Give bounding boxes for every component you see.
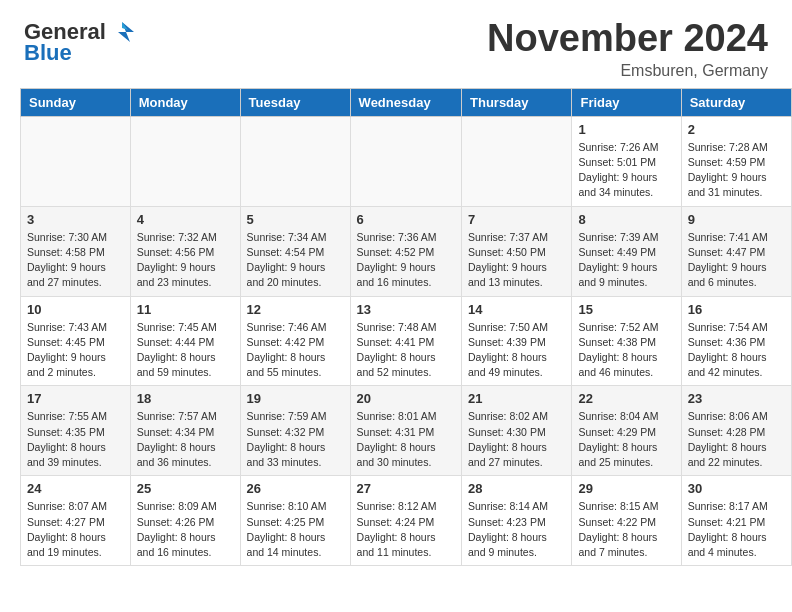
calendar-cell: 22Sunrise: 8:04 AMSunset: 4:29 PMDayligh… (572, 386, 681, 476)
day-info: Sunrise: 8:06 AMSunset: 4:28 PMDaylight:… (688, 409, 785, 470)
calendar-cell: 6Sunrise: 7:36 AMSunset: 4:52 PMDaylight… (350, 206, 461, 296)
day-number: 28 (468, 481, 565, 496)
logo-bird-icon (108, 18, 136, 46)
calendar-table: SundayMondayTuesdayWednesdayThursdayFrid… (20, 88, 792, 566)
calendar-cell: 24Sunrise: 8:07 AMSunset: 4:27 PMDayligh… (21, 476, 131, 566)
calendar-cell: 16Sunrise: 7:54 AMSunset: 4:36 PMDayligh… (681, 296, 791, 386)
calendar-cell: 18Sunrise: 7:57 AMSunset: 4:34 PMDayligh… (130, 386, 240, 476)
day-info: Sunrise: 8:02 AMSunset: 4:30 PMDaylight:… (468, 409, 565, 470)
day-number: 16 (688, 302, 785, 317)
day-info: Sunrise: 8:07 AMSunset: 4:27 PMDaylight:… (27, 499, 124, 560)
day-info: Sunrise: 7:55 AMSunset: 4:35 PMDaylight:… (27, 409, 124, 470)
calendar-cell (21, 116, 131, 206)
calendar-cell: 11Sunrise: 7:45 AMSunset: 4:44 PMDayligh… (130, 296, 240, 386)
day-number: 12 (247, 302, 344, 317)
day-number: 3 (27, 212, 124, 227)
logo: General Blue (24, 18, 136, 66)
day-number: 29 (578, 481, 674, 496)
day-info: Sunrise: 8:14 AMSunset: 4:23 PMDaylight:… (468, 499, 565, 560)
day-number: 10 (27, 302, 124, 317)
calendar-week-row: 1Sunrise: 7:26 AMSunset: 5:01 PMDaylight… (21, 116, 792, 206)
day-info: Sunrise: 7:39 AMSunset: 4:49 PMDaylight:… (578, 230, 674, 291)
day-info: Sunrise: 8:04 AMSunset: 4:29 PMDaylight:… (578, 409, 674, 470)
col-header-monday: Monday (130, 88, 240, 116)
day-info: Sunrise: 8:10 AMSunset: 4:25 PMDaylight:… (247, 499, 344, 560)
calendar-week-row: 24Sunrise: 8:07 AMSunset: 4:27 PMDayligh… (21, 476, 792, 566)
day-number: 11 (137, 302, 234, 317)
day-number: 17 (27, 391, 124, 406)
calendar-cell: 4Sunrise: 7:32 AMSunset: 4:56 PMDaylight… (130, 206, 240, 296)
calendar-cell: 9Sunrise: 7:41 AMSunset: 4:47 PMDaylight… (681, 206, 791, 296)
location: Emsburen, Germany (487, 62, 768, 80)
calendar-cell: 30Sunrise: 8:17 AMSunset: 4:21 PMDayligh… (681, 476, 791, 566)
day-number: 4 (137, 212, 234, 227)
day-info: Sunrise: 7:54 AMSunset: 4:36 PMDaylight:… (688, 320, 785, 381)
day-number: 23 (688, 391, 785, 406)
calendar-cell: 14Sunrise: 7:50 AMSunset: 4:39 PMDayligh… (462, 296, 572, 386)
calendar-cell: 5Sunrise: 7:34 AMSunset: 4:54 PMDaylight… (240, 206, 350, 296)
calendar-cell: 28Sunrise: 8:14 AMSunset: 4:23 PMDayligh… (462, 476, 572, 566)
calendar-cell: 17Sunrise: 7:55 AMSunset: 4:35 PMDayligh… (21, 386, 131, 476)
day-number: 25 (137, 481, 234, 496)
day-info: Sunrise: 7:46 AMSunset: 4:42 PMDaylight:… (247, 320, 344, 381)
calendar-header-row: SundayMondayTuesdayWednesdayThursdayFrid… (21, 88, 792, 116)
day-info: Sunrise: 7:32 AMSunset: 4:56 PMDaylight:… (137, 230, 234, 291)
day-number: 20 (357, 391, 455, 406)
day-number: 9 (688, 212, 785, 227)
day-info: Sunrise: 8:09 AMSunset: 4:26 PMDaylight:… (137, 499, 234, 560)
day-number: 13 (357, 302, 455, 317)
svg-marker-0 (118, 22, 134, 42)
calendar-cell: 8Sunrise: 7:39 AMSunset: 4:49 PMDaylight… (572, 206, 681, 296)
title-block: November 2024 Emsburen, Germany (487, 18, 768, 80)
calendar-cell: 2Sunrise: 7:28 AMSunset: 4:59 PMDaylight… (681, 116, 791, 206)
day-number: 2 (688, 122, 785, 137)
calendar-cell (240, 116, 350, 206)
calendar-cell (462, 116, 572, 206)
day-info: Sunrise: 7:50 AMSunset: 4:39 PMDaylight:… (468, 320, 565, 381)
day-number: 22 (578, 391, 674, 406)
col-header-thursday: Thursday (462, 88, 572, 116)
calendar-week-row: 3Sunrise: 7:30 AMSunset: 4:58 PMDaylight… (21, 206, 792, 296)
day-number: 7 (468, 212, 565, 227)
day-info: Sunrise: 7:34 AMSunset: 4:54 PMDaylight:… (247, 230, 344, 291)
calendar-cell (130, 116, 240, 206)
calendar-cell (350, 116, 461, 206)
day-number: 19 (247, 391, 344, 406)
day-number: 26 (247, 481, 344, 496)
day-info: Sunrise: 7:52 AMSunset: 4:38 PMDaylight:… (578, 320, 674, 381)
day-number: 21 (468, 391, 565, 406)
col-header-saturday: Saturday (681, 88, 791, 116)
day-number: 30 (688, 481, 785, 496)
day-info: Sunrise: 7:57 AMSunset: 4:34 PMDaylight:… (137, 409, 234, 470)
day-info: Sunrise: 7:36 AMSunset: 4:52 PMDaylight:… (357, 230, 455, 291)
day-info: Sunrise: 7:30 AMSunset: 4:58 PMDaylight:… (27, 230, 124, 291)
day-info: Sunrise: 7:45 AMSunset: 4:44 PMDaylight:… (137, 320, 234, 381)
month-title: November 2024 (487, 18, 768, 60)
calendar-week-row: 17Sunrise: 7:55 AMSunset: 4:35 PMDayligh… (21, 386, 792, 476)
day-info: Sunrise: 7:41 AMSunset: 4:47 PMDaylight:… (688, 230, 785, 291)
day-info: Sunrise: 7:59 AMSunset: 4:32 PMDaylight:… (247, 409, 344, 470)
page-header: General Blue November 2024 Emsburen, Ger… (0, 0, 792, 88)
calendar-cell: 27Sunrise: 8:12 AMSunset: 4:24 PMDayligh… (350, 476, 461, 566)
day-number: 24 (27, 481, 124, 496)
day-info: Sunrise: 8:01 AMSunset: 4:31 PMDaylight:… (357, 409, 455, 470)
day-info: Sunrise: 7:28 AMSunset: 4:59 PMDaylight:… (688, 140, 785, 201)
day-number: 15 (578, 302, 674, 317)
calendar-cell: 26Sunrise: 8:10 AMSunset: 4:25 PMDayligh… (240, 476, 350, 566)
calendar-cell: 3Sunrise: 7:30 AMSunset: 4:58 PMDaylight… (21, 206, 131, 296)
day-info: Sunrise: 8:15 AMSunset: 4:22 PMDaylight:… (578, 499, 674, 560)
calendar-container: SundayMondayTuesdayWednesdayThursdayFrid… (0, 88, 792, 576)
day-number: 1 (578, 122, 674, 137)
calendar-cell: 20Sunrise: 8:01 AMSunset: 4:31 PMDayligh… (350, 386, 461, 476)
col-header-sunday: Sunday (21, 88, 131, 116)
calendar-cell: 7Sunrise: 7:37 AMSunset: 4:50 PMDaylight… (462, 206, 572, 296)
day-info: Sunrise: 7:26 AMSunset: 5:01 PMDaylight:… (578, 140, 674, 201)
calendar-week-row: 10Sunrise: 7:43 AMSunset: 4:45 PMDayligh… (21, 296, 792, 386)
calendar-cell: 21Sunrise: 8:02 AMSunset: 4:30 PMDayligh… (462, 386, 572, 476)
logo-blue-text: Blue (24, 40, 72, 66)
day-number: 14 (468, 302, 565, 317)
day-info: Sunrise: 7:43 AMSunset: 4:45 PMDaylight:… (27, 320, 124, 381)
calendar-cell: 12Sunrise: 7:46 AMSunset: 4:42 PMDayligh… (240, 296, 350, 386)
day-info: Sunrise: 8:12 AMSunset: 4:24 PMDaylight:… (357, 499, 455, 560)
col-header-wednesday: Wednesday (350, 88, 461, 116)
